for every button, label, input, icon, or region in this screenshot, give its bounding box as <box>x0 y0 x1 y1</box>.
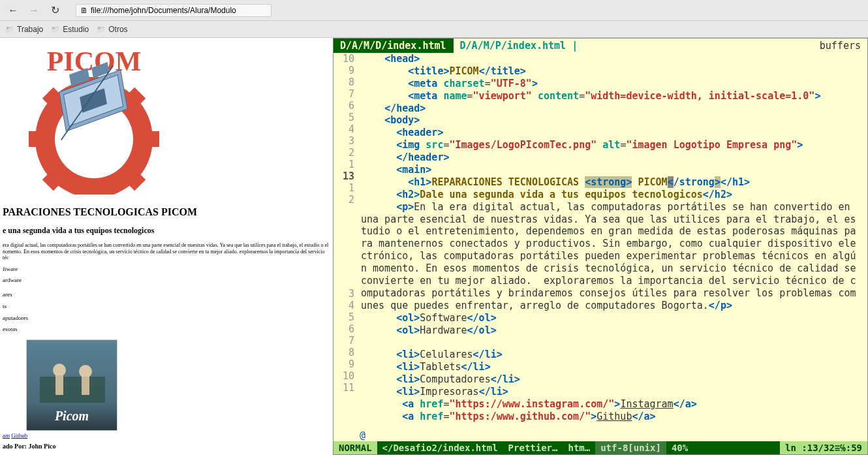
nav-forward-button[interactable]: → <box>26 3 42 18</box>
status-filetype: htm… <box>563 443 595 453</box>
instagram-link[interactable]: am <box>3 432 10 439</box>
links-row: am Github <box>3 432 330 439</box>
github-link[interactable]: Github <box>11 432 27 439</box>
browser-toolbar: ← → ↻ 🗎 file:///home/john/Documents/Alur… <box>0 0 868 21</box>
code-area[interactable]: 109876543211312 34567891011 <head> <titl… <box>333 53 867 430</box>
bookmarks-bar: Trabajo Estudio Otros <box>0 21 868 38</box>
page-paragraph: era digital actual, las computadoras por… <box>3 242 330 261</box>
file-icon: 🗎 <box>80 6 88 15</box>
bookmark-estudio[interactable]: Estudio <box>51 25 89 34</box>
status-mode: NORMAL <box>333 441 377 454</box>
folder-icon <box>97 25 106 34</box>
url-text: file:///home/john/Documents/Alura/Modulo <box>91 6 236 15</box>
list-item: ares <box>3 291 330 299</box>
page-heading-1: PARACIONES TECNOLOGICAS PICOM <box>3 206 330 218</box>
status-path: </Desafio2/index.html <box>377 443 503 453</box>
svg-rect-17 <box>55 375 63 395</box>
status-position: ln :13/32≡℅:59 <box>780 441 867 454</box>
svg-point-16 <box>79 365 92 378</box>
card-label: Picom <box>27 409 117 424</box>
list-item: aputadores <box>3 315 330 322</box>
creator-text: ado Por: John Pico <box>3 443 330 450</box>
code-editor[interactable]: D/A/M/D/index.html D/A/M/P/index.html | … <box>333 38 868 455</box>
list-item: ts <box>3 303 330 311</box>
browser-viewport[interactable]: PICOM <box>0 38 333 455</box>
card-image: Picom <box>26 339 117 431</box>
list-item: esoras <box>3 326 330 334</box>
svg-point-15 <box>53 364 66 377</box>
folder-icon <box>51 25 60 34</box>
url-bar[interactable]: 🗎 file:///home/john/Documents/Alura/Modu… <box>76 4 271 17</box>
editor-tabs: D/A/M/D/index.html D/A/M/P/index.html | … <box>333 39 867 53</box>
end-of-buffer: @ <box>360 430 867 441</box>
code-content[interactable]: <head> <title>PICOM</title> <meta charse… <box>361 53 867 430</box>
list-item: ftware <box>3 266 330 274</box>
svg-rect-14 <box>40 377 105 403</box>
status-percent: 40% <box>666 443 693 453</box>
bookmark-trabajo[interactable]: Trabajo <box>5 25 43 34</box>
tab-active[interactable]: D/A/M/D/index.html <box>333 39 454 53</box>
list-item: ardware <box>3 277 330 285</box>
status-bar: NORMAL </Desafio2/index.html Prettier… h… <box>333 441 867 454</box>
status-encoding: utf-8[unix] <box>595 441 666 454</box>
line-gutter: 109876543211312 34567891011 <box>333 53 361 430</box>
svg-rect-18 <box>82 377 89 395</box>
nav-back-button[interactable]: ← <box>5 3 21 18</box>
bookmark-otros[interactable]: Otros <box>97 25 127 34</box>
tab-buffers[interactable]: buffers <box>820 40 867 52</box>
tab-inactive[interactable]: D/A/M/P/index.html | <box>454 39 585 53</box>
svg-rect-3 <box>86 191 102 195</box>
logo-image: PICOM <box>3 46 185 196</box>
folder-icon <box>5 25 14 34</box>
status-prettier: Prettier… <box>503 443 563 453</box>
page-heading-2: e una segunda vida a tus equipos tecnolo… <box>3 226 330 236</box>
nav-reload-button[interactable]: ↻ <box>47 3 63 18</box>
